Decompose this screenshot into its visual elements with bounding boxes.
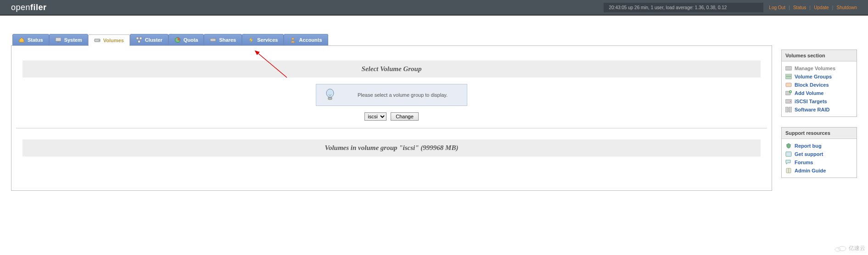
svg-rect-6 — [138, 40, 140, 43]
main-tabs: Status System Volumes Cluster — [12, 34, 772, 45]
tab-label: Volumes — [103, 38, 124, 43]
sidebar-item-get-support[interactable]: Get support — [785, 150, 853, 158]
tab-label: System — [64, 37, 82, 43]
svg-rect-14 — [785, 77, 792, 79]
monitor-icon — [55, 37, 62, 43]
sidebar-item-volume-groups[interactable]: Volume Groups — [785, 72, 853, 81]
tab-services[interactable]: Services — [242, 34, 284, 45]
sidebar-link[interactable]: Get support — [795, 151, 823, 157]
bug-icon — [785, 143, 792, 149]
tab-quota[interactable]: Quota — [168, 34, 204, 45]
sidebar-item-forums[interactable]: Forums — [785, 158, 853, 166]
vg-select[interactable]: iscsi — [364, 112, 386, 121]
book-icon — [785, 168, 792, 173]
shutdown-link[interactable]: Shutdown — [837, 5, 857, 10]
add-icon — [785, 90, 792, 96]
status-link[interactable]: Status — [793, 5, 806, 10]
tab-accounts[interactable]: Accounts — [284, 34, 328, 45]
lightbulb-icon — [325, 88, 336, 102]
svg-rect-15 — [786, 83, 791, 87]
quota-icon — [174, 37, 181, 43]
svg-rect-21 — [789, 107, 792, 112]
raid-icon — [785, 107, 792, 112]
support-resources-panel: Support resources Report bug Get support… — [781, 127, 857, 178]
sidebar-link[interactable]: iSCSI Targets — [795, 99, 827, 104]
drive-icon — [94, 37, 101, 44]
block-icon — [785, 82, 792, 88]
panel-title: Support resources — [782, 128, 857, 139]
sidebar-link[interactable]: Volume Groups — [795, 74, 832, 79]
tab-label: Accounts — [299, 37, 322, 43]
person-icon — [290, 37, 296, 43]
tab-label: Status — [28, 37, 43, 43]
svg-rect-20 — [785, 107, 788, 112]
sidebar-link[interactable]: Block Devices — [795, 82, 829, 88]
tab-label: Quota — [184, 37, 198, 43]
sidebar-item-report-bug[interactable]: Report bug — [785, 142, 853, 150]
update-link[interactable]: Update — [814, 5, 829, 10]
sidebar-link[interactable]: Forums — [795, 160, 813, 165]
sidebar-item-iscsi-targets[interactable]: iSCSI Targets — [785, 97, 853, 105]
svg-point-9 — [292, 38, 294, 40]
sidebar-item-block-devices[interactable]: Block Devices — [785, 81, 853, 89]
sidebar-item-add-volume[interactable]: Add Volume — [785, 89, 853, 97]
tab-volumes[interactable]: Volumes — [88, 34, 130, 46]
svg-point-10 — [326, 89, 334, 97]
sidebar-item-manage-volumes[interactable]: Manage Volumes — [785, 64, 853, 72]
chat-icon — [785, 160, 792, 165]
svg-rect-13 — [785, 74, 792, 76]
top-links: Log Out | Status | Update | Shutdown — [769, 5, 857, 10]
sidebar-link[interactable]: Manage Volumes — [795, 66, 835, 71]
sidebar-link[interactable]: Report bug — [795, 143, 822, 149]
svg-rect-5 — [140, 37, 142, 39]
brand-part1: open — [11, 3, 30, 12]
top-right: 20:43:05 up 26 min, 1 user, load average… — [604, 3, 857, 12]
volumes-in-vg-heading: Volumes in volume group "iscsi" (999968 … — [22, 139, 761, 156]
home-icon — [18, 37, 25, 43]
drives-icon — [785, 74, 792, 79]
bolt-icon — [248, 37, 254, 43]
drive-icon — [785, 66, 792, 71]
svg-point-19 — [790, 101, 791, 102]
svg-point-22 — [787, 144, 790, 148]
brand-part2: filer — [30, 3, 47, 12]
cluster-icon — [136, 37, 142, 43]
sidebar-item-admin-guide[interactable]: Admin Guide — [785, 166, 853, 175]
target-icon — [785, 99, 792, 104]
tab-status[interactable]: Status — [12, 34, 49, 45]
top-bar: openfiler 20:43:05 up 26 min, 1 user, lo… — [0, 0, 868, 16]
sidebar-link[interactable]: Add Volume — [795, 90, 823, 96]
tab-cluster[interactable]: Cluster — [130, 34, 168, 45]
svg-rect-25 — [786, 152, 791, 156]
svg-point-3 — [99, 40, 100, 41]
info-box: Please select a volume group to display. — [316, 84, 467, 106]
svg-rect-0 — [56, 38, 61, 41]
svg-rect-4 — [136, 37, 139, 39]
system-status: 20:43:05 up 26 min, 1 user, load average… — [604, 3, 764, 12]
svg-rect-8 — [210, 39, 216, 41]
change-button[interactable]: Change — [391, 112, 419, 121]
sidebar-link[interactable]: Admin Guide — [795, 168, 826, 173]
svg-rect-11 — [328, 97, 332, 100]
volumes-section-panel: Volumes section Manage Volumes Volume Gr… — [781, 50, 857, 117]
tab-label: Shares — [219, 37, 236, 43]
info-message: Please select a volume group to display. — [347, 92, 459, 98]
content-frame: Select Volume Group Please select a volu… — [11, 45, 772, 191]
svg-rect-12 — [785, 67, 792, 70]
tab-label: Cluster — [145, 37, 162, 43]
logout-link[interactable]: Log Out — [769, 5, 785, 10]
sidebar-link[interactable]: Software RAID — [795, 107, 829, 112]
sidebar-item-software-raid[interactable]: Software RAID — [785, 105, 853, 114]
select-vg-heading: Select Volume Group — [22, 61, 761, 78]
divider — [16, 128, 767, 128]
tab-system[interactable]: System — [49, 34, 88, 45]
tab-shares[interactable]: Shares — [204, 34, 242, 45]
vg-select-row: iscsi Change — [14, 112, 769, 121]
tab-label: Services — [257, 37, 278, 43]
brand-logo: openfiler — [11, 3, 47, 12]
shares-icon — [210, 37, 216, 43]
panel-title: Volumes section — [782, 50, 857, 61]
support-icon — [785, 151, 792, 157]
svg-rect-1 — [57, 42, 59, 43]
